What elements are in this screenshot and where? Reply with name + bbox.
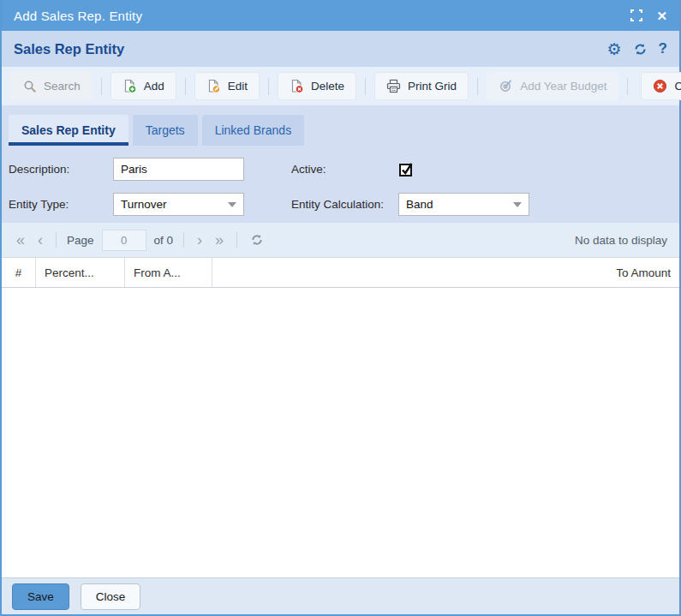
panel-header: Sales Rep Entity ⚙ ? [2,31,679,67]
entity-calculation-value: Band [406,198,433,211]
delete-label: Delete [311,80,344,93]
entity-type-dropdown[interactable]: Turnover [113,193,244,216]
pager-separator [236,232,237,248]
first-page-icon[interactable]: « [14,232,27,248]
page-number-input[interactable] [102,230,146,251]
window-title: Add Sales Rep. Entity [14,9,630,23]
active-label: Active: [291,163,398,176]
grid-pager: « ‹ Page of 0 › » No data to display [2,223,679,257]
page-label: Page [67,234,94,247]
next-page-icon[interactable]: › [194,232,205,248]
entity-form: Description: Active: Entity Type: Turnov… [2,146,679,223]
refresh-grid-icon[interactable] [248,232,266,248]
target-icon [499,79,513,93]
add-document-icon [122,79,137,93]
add-year-budget-label: Add Year Budget [520,80,606,93]
print-grid-button[interactable]: Print Grid [374,72,469,100]
toolbar-separator [268,78,269,95]
tab-strip: Sales Rep Entity Targets Linked Brands [2,105,679,146]
maximize-icon[interactable] [630,9,642,21]
column-header-rownum[interactable]: # [2,258,36,287]
footer-close-button[interactable]: Close [81,583,141,610]
entity-calculation-label: Entity Calculation: [291,198,398,211]
grid-header: # Percent... From A... To Amount [2,257,679,288]
active-checkbox[interactable] [398,161,415,178]
edit-label: Edit [228,80,248,93]
add-label: Add [144,80,164,93]
toolbar-separator [101,78,102,95]
column-header-to-amount[interactable]: To Amount [212,258,679,287]
description-input[interactable] [113,158,244,181]
grid-body [2,288,679,577]
column-header-from-amount[interactable]: From A... [125,258,212,287]
gear-icon[interactable]: ⚙ [607,41,622,57]
add-year-budget-button[interactable]: Add Year Budget [487,72,618,100]
tab-sales-rep-entity[interactable]: Sales Rep Entity [9,115,128,146]
entity-calculation-dropdown[interactable]: Band [398,193,529,216]
delete-document-icon [290,79,304,93]
tab-linked-brands[interactable]: Linked Brands [202,115,305,146]
search-button[interactable]: Search [10,72,93,100]
close-red-icon [653,79,667,93]
column-header-percent[interactable]: Percent... [36,258,125,287]
tab-targets[interactable]: Targets [133,115,198,146]
close-window-icon[interactable]: ✕ [656,9,667,22]
dialog-footer: Save Close [2,577,679,614]
search-label: Search [44,80,81,93]
refresh-icon[interactable] [633,42,648,57]
toolbar-separator [185,78,186,95]
help-icon[interactable]: ? [659,40,667,57]
delete-button[interactable]: Delete [278,72,356,100]
prev-page-icon[interactable]: ‹ [35,232,45,248]
toolbar-close-button[interactable]: Close [641,72,681,100]
entity-type-value: Turnover [121,198,167,211]
edit-button[interactable]: Edit [194,72,260,100]
edit-document-icon [206,79,221,93]
chevron-down-icon [228,202,236,207]
description-label: Description: [9,163,113,176]
toolbar: Search Add [2,67,679,105]
pager-status: No data to display [575,234,667,247]
search-icon [22,79,37,93]
toolbar-close-label: Close [674,80,681,93]
toolbar-separator [627,78,628,95]
window-titlebar: Add Sales Rep. Entity ✕ [2,0,679,31]
save-button[interactable]: Save [12,583,69,610]
page-count-label: of 0 [154,234,174,247]
entity-type-label: Entity Type: [9,198,113,211]
panel-title: Sales Rep Entity [14,41,607,57]
add-button[interactable]: Add [111,72,176,100]
pager-separator [183,232,184,248]
last-page-icon[interactable]: » [212,232,226,248]
toolbar-separator [477,78,478,95]
printer-icon [386,79,401,93]
pager-separator [56,232,57,248]
print-grid-label: Print Grid [408,80,457,93]
chevron-down-icon [513,202,522,207]
toolbar-separator [365,78,366,95]
add-sales-rep-entity-dialog: Add Sales Rep. Entity ✕ Sales Rep Entity… [0,0,681,616]
